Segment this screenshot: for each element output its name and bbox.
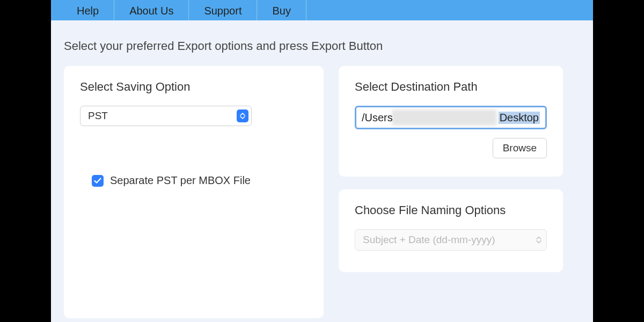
naming-select-value: Subject + Date (dd-mm-yyyy) [355, 229, 547, 251]
toolbar-item-help[interactable]: Help [67, 0, 114, 20]
left-column: Select Saving Option PST Separate PST pe… [64, 66, 324, 318]
saving-option-title: Select Saving Option [80, 80, 308, 94]
toolbar-item-support[interactable]: Support [189, 0, 257, 20]
app-window: Help About Us Support Buy Select your pr… [51, 0, 593, 322]
toolbar-label: Support [204, 5, 241, 17]
toolbar-label: Buy [272, 5, 290, 17]
destination-title: Select Destination Path [355, 80, 547, 94]
toolbar-label: About Us [129, 5, 173, 17]
toolbar-label: Help [77, 5, 99, 17]
instruction-text: Select your preferred Export options and… [64, 39, 580, 53]
saving-option-card: Select Saving Option PST Separate PST pe… [64, 66, 324, 318]
browse-button[interactable]: Browse [493, 138, 547, 158]
saving-format-select[interactable]: PST [80, 106, 252, 126]
toolbar-item-buy[interactable]: Buy [257, 0, 306, 20]
toolbar-item-about-us[interactable]: About Us [114, 0, 189, 20]
separate-pst-row: Separate PST per MBOX File [92, 174, 308, 187]
saving-format-value: PST [80, 106, 252, 126]
destination-card: Select Destination Path /Users Desktop B… [339, 66, 563, 177]
content-area: Select your preferred Export options and… [51, 20, 593, 318]
naming-title: Choose File Naming Options [355, 203, 547, 217]
toolbar: Help About Us Support Buy [51, 0, 593, 20]
browse-label: Browse [503, 142, 537, 154]
path-prefix: /Users [362, 112, 393, 124]
naming-select: Subject + Date (dd-mm-yyyy) [355, 229, 547, 251]
browse-row: Browse [355, 138, 547, 158]
chevron-updown-icon [536, 237, 541, 244]
separate-pst-checkbox[interactable] [92, 175, 104, 187]
path-redacted [392, 109, 497, 126]
separate-pst-label: Separate PST per MBOX File [110, 174, 251, 187]
panels: Select Saving Option PST Separate PST pe… [64, 66, 580, 318]
check-icon [94, 178, 101, 184]
chevron-updown-icon [237, 109, 248, 122]
right-column: Select Destination Path /Users Desktop B… [339, 66, 563, 318]
destination-path-input[interactable]: /Users Desktop [355, 106, 547, 129]
path-suffix: Desktop [499, 112, 540, 124]
naming-card: Choose File Naming Options Subject + Dat… [339, 189, 563, 272]
